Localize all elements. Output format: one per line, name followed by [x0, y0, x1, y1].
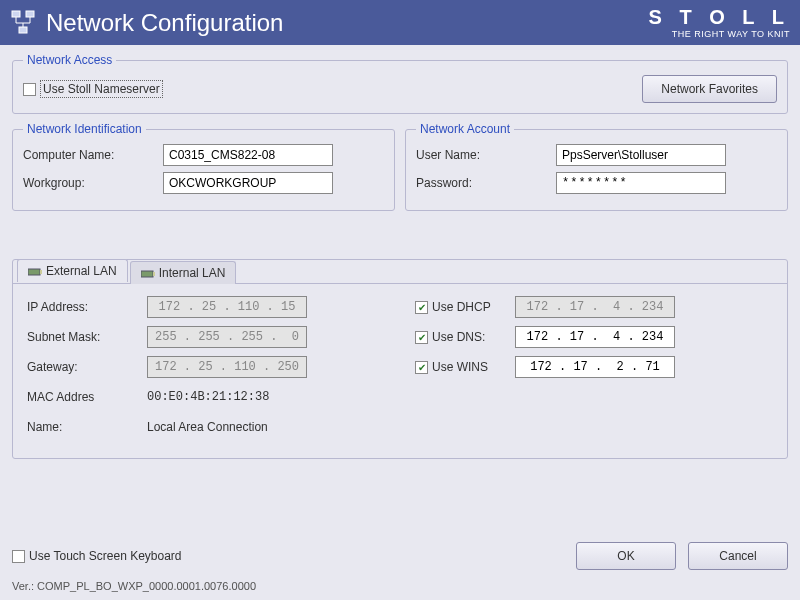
gateway-label: Gateway:: [27, 360, 147, 374]
svg-rect-10: [153, 272, 155, 276]
tab-internal-label: Internal LAN: [159, 266, 226, 280]
titlebar: Network Configuration S T O L L THE RIGH…: [0, 0, 800, 45]
network-config-icon: [10, 9, 38, 37]
brand: S T O L L THE RIGHT WAY TO KNIT: [649, 6, 790, 39]
ok-button[interactable]: OK: [576, 542, 676, 570]
wins-ip-input[interactable]: [515, 356, 675, 378]
subnet-mask-input: [147, 326, 307, 348]
svg-rect-1: [26, 11, 34, 17]
nic-icon: [28, 266, 42, 276]
brand-name: S T O L L: [649, 6, 790, 29]
use-dns-label: Use DNS:: [432, 330, 485, 344]
svg-rect-9: [141, 271, 153, 277]
use-dns-checkbox[interactable]: ✔ Use DNS:: [415, 330, 515, 344]
checkbox-checked-icon: ✔: [415, 301, 428, 314]
network-account-legend: Network Account: [416, 122, 514, 136]
workgroup-label: Workgroup:: [23, 176, 163, 190]
network-identification-group: Network Identification Computer Name: Wo…: [12, 122, 395, 211]
gateway-input: [147, 356, 307, 378]
use-stoll-nameserver-checkbox[interactable]: Use Stoll Nameserver: [23, 80, 163, 98]
touch-keyboard-checkbox[interactable]: Use Touch Screen Keyboard: [12, 549, 182, 563]
use-stoll-nameserver-label: Use Stoll Nameserver: [40, 80, 163, 98]
dhcp-ip-input: [515, 296, 675, 318]
computer-name-input[interactable]: [163, 144, 333, 166]
use-dhcp-label: Use DHCP: [432, 300, 491, 314]
workgroup-input[interactable]: [163, 172, 333, 194]
password-label: Password:: [416, 176, 556, 190]
user-name-label: User Name:: [416, 148, 556, 162]
subnet-mask-label: Subnet Mask:: [27, 330, 147, 344]
tab-body-external: IP Address: Subnet Mask: Gateway: MAC Ad…: [13, 283, 787, 458]
use-wins-checkbox[interactable]: ✔ Use WINS: [415, 360, 515, 374]
version-label: Ver.: COMP_PL_BO_WXP_0000.0001.0076.0000: [12, 580, 788, 592]
svg-rect-7: [28, 269, 40, 275]
lan-tabs: External LAN Internal LAN IP Address: Su…: [12, 259, 788, 459]
page-title: Network Configuration: [46, 9, 649, 37]
ip-address-input: [147, 296, 307, 318]
checkbox-checked-icon: ✔: [415, 361, 428, 374]
nic-icon: [141, 268, 155, 278]
tab-external-label: External LAN: [46, 264, 117, 278]
network-identification-legend: Network Identification: [23, 122, 146, 136]
mac-address-value: 00:E0:4B:21:12:38: [147, 390, 269, 404]
password-input[interactable]: [556, 172, 726, 194]
network-access-legend: Network Access: [23, 53, 116, 67]
checkbox-checked-icon: ✔: [415, 331, 428, 344]
network-access-group: Network Access Use Stoll Nameserver Netw…: [12, 53, 788, 114]
tab-internal-lan[interactable]: Internal LAN: [130, 261, 237, 284]
use-wins-label: Use WINS: [432, 360, 488, 374]
mac-address-label: MAC Addres: [27, 390, 147, 404]
touch-keyboard-label: Use Touch Screen Keyboard: [29, 549, 182, 563]
checkbox-icon: [12, 550, 25, 563]
connection-name-label: Name:: [27, 420, 147, 434]
tab-external-lan[interactable]: External LAN: [17, 259, 128, 282]
user-name-input[interactable]: [556, 144, 726, 166]
use-dhcp-checkbox[interactable]: ✔ Use DHCP: [415, 300, 515, 314]
ip-address-label: IP Address:: [27, 300, 147, 314]
svg-rect-2: [19, 27, 27, 33]
cancel-button[interactable]: Cancel: [688, 542, 788, 570]
checkbox-icon: [23, 83, 36, 96]
svg-rect-8: [40, 270, 42, 274]
network-favorites-button[interactable]: Network Favorites: [642, 75, 777, 103]
network-account-group: Network Account User Name: Password:: [405, 122, 788, 211]
brand-tagline: THE RIGHT WAY TO KNIT: [649, 29, 790, 39]
connection-name-value: Local Area Connection: [147, 420, 268, 434]
computer-name-label: Computer Name:: [23, 148, 163, 162]
dns-ip-input[interactable]: [515, 326, 675, 348]
svg-rect-0: [12, 11, 20, 17]
